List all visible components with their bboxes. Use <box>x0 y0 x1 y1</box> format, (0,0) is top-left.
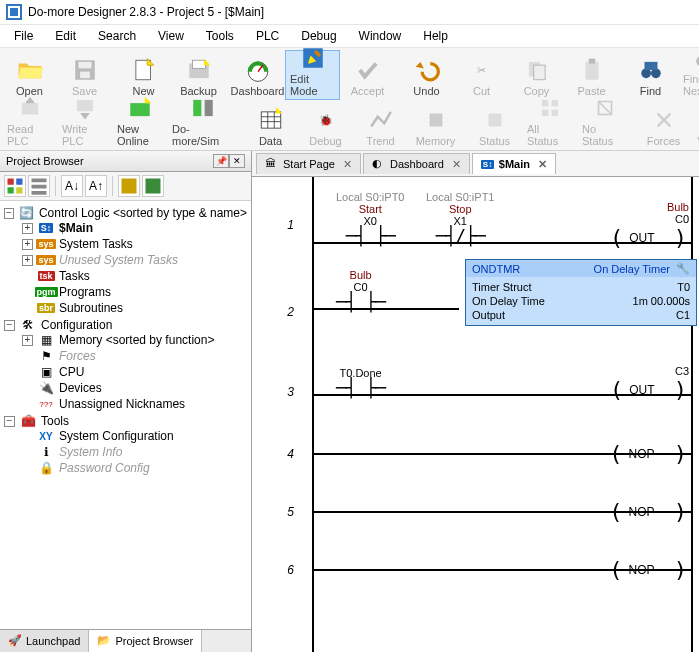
forces-button[interactable]: Forces <box>636 100 691 150</box>
tree-system-configuration[interactable]: System Configuration <box>57 429 176 443</box>
accept-button[interactable]: Accept <box>340 50 395 100</box>
tree-control-logic[interactable]: Control Logic <sorted by type & name> <box>37 206 249 220</box>
tree-expand-icon[interactable]: + <box>22 223 33 234</box>
timer-instruction-box[interactable]: ONDTMR On Delay Timer 🔧 Timer StructT0 O… <box>465 259 697 326</box>
tree-system-tasks[interactable]: System Tasks <box>57 237 135 251</box>
tab-project-browser[interactable]: 📂Project Browser <box>89 630 202 652</box>
rung-4[interactable]: 4 (NOP ) <box>252 425 699 483</box>
tree-devices[interactable]: Devices <box>57 381 104 395</box>
contact-nc[interactable]: Local S0:iPT1 Stop X1 ─┤/├─ <box>426 191 494 245</box>
pb-tool-3[interactable]: A↓ <box>61 175 83 197</box>
doc-tab-dashboard[interactable]: ◐Dashboard✕ <box>363 153 470 174</box>
tree-tools[interactable]: Tools <box>39 414 71 428</box>
find-button[interactable]: Find <box>623 50 678 100</box>
tree-collapse-icon[interactable]: − <box>4 208 14 219</box>
output-coil[interactable]: Bulb C0 (OUT ) <box>610 201 689 250</box>
tree-unused-system-tasks[interactable]: Unused System Tasks <box>57 253 180 267</box>
contact-no[interactable]: Local S0:iPT0 Start X0 ─┤ ├─ <box>336 191 404 245</box>
new-online-button[interactable]: New Online <box>112 100 167 150</box>
xy-icon: XY <box>38 429 54 443</box>
close-icon[interactable]: ✕ <box>538 158 547 171</box>
dashboard-button[interactable]: Dashboard <box>230 50 285 100</box>
panel-pin-button[interactable]: 📌 <box>213 154 229 168</box>
paste-button[interactable]: Paste <box>564 50 619 100</box>
doc-tab-start-page[interactable]: 🏛Start Page✕ <box>256 153 361 174</box>
wrench-icon[interactable]: 🔧 <box>676 262 690 275</box>
backup-button[interactable]: Backup <box>171 50 226 100</box>
tree-forces[interactable]: Forces <box>57 349 98 363</box>
no-contact-symbol: ─┤ ├─ <box>336 227 404 245</box>
find-next-button[interactable]: Find Next <box>678 50 699 100</box>
svg-rect-52 <box>32 191 47 195</box>
pb-tool-1[interactable] <box>4 175 26 197</box>
menu-plc[interactable]: PLC <box>246 27 289 45</box>
save-button[interactable]: Save <box>57 50 112 100</box>
svg-rect-31 <box>205 100 213 116</box>
menu-search[interactable]: Search <box>88 27 146 45</box>
tree-password-config[interactable]: Password Config <box>57 461 152 475</box>
tree-cpu[interactable]: CPU <box>57 365 86 379</box>
menu-help[interactable]: Help <box>413 27 458 45</box>
nop-coil[interactable]: (NOP ) <box>609 557 689 582</box>
tree-collapse-icon[interactable]: − <box>4 416 15 427</box>
menu-file[interactable]: File <box>4 27 43 45</box>
tree-system-info[interactable]: System Info <box>57 445 124 459</box>
rung-3[interactable]: 3 T0.Done ─┤ ├─ C3 (OUT ) <box>252 359 699 425</box>
undo-button[interactable]: Undo <box>399 50 454 100</box>
ladder-editor[interactable]: 1 Local S0:iPT0 Start X0 ─┤ ├─ Local S0:… <box>252 177 699 652</box>
rung-6[interactable]: 6 (NOP ) <box>252 541 699 599</box>
menu-tools[interactable]: Tools <box>196 27 244 45</box>
rung-2[interactable]: 2 Bulb C0 ─┤ ├─ ONDTMR On Delay Timer <box>252 265 699 359</box>
cut-button[interactable]: ✂Cut <box>454 50 509 100</box>
output-coil[interactable]: C3 (OUT ) <box>610 365 689 402</box>
trend-button[interactable]: Trend <box>353 100 408 150</box>
write-plc-button[interactable]: Write PLC <box>57 100 112 150</box>
no-status-button[interactable]: No Status <box>577 100 632 150</box>
rung-1[interactable]: 1 Local S0:iPT0 Start X0 ─┤ ├─ Local S0:… <box>252 185 699 265</box>
tree-main[interactable]: $Main <box>57 221 95 235</box>
contact-no[interactable]: Bulb C0 ─┤ ├─ <box>336 269 385 311</box>
doc-tab-main[interactable]: S↕$Main✕ <box>472 153 556 174</box>
svg-rect-5 <box>80 72 90 79</box>
tree-expand-icon[interactable]: + <box>22 335 33 346</box>
tree-tasks[interactable]: Tasks <box>57 269 92 283</box>
tree-unassigned[interactable]: Unassigned Nicknames <box>57 397 187 411</box>
memory-button[interactable]: Memory <box>408 100 463 150</box>
rung-5[interactable]: 5 (NOP ) <box>252 483 699 541</box>
value-button[interactable]: V <box>691 100 699 150</box>
edit-mode-button[interactable]: Edit Mode <box>285 50 340 100</box>
new-button[interactable]: New <box>116 50 171 100</box>
contact-no[interactable]: T0.Done ─┤ ├─ <box>336 367 385 397</box>
close-icon[interactable]: ✕ <box>452 158 461 171</box>
tree-expand-icon[interactable]: + <box>22 255 33 266</box>
tree-programs[interactable]: Programs <box>57 285 113 299</box>
debug-button[interactable]: 🐞Debug <box>298 100 353 150</box>
copy-button[interactable]: Copy <box>509 50 564 100</box>
close-icon[interactable]: ✕ <box>343 158 352 171</box>
menu-debug[interactable]: Debug <box>291 27 346 45</box>
domore-sim-button[interactable]: Do-more/Sim <box>167 100 239 150</box>
menu-view[interactable]: View <box>148 27 194 45</box>
menu-edit[interactable]: Edit <box>45 27 86 45</box>
tree-memory[interactable]: Memory <sorted by function> <box>57 333 216 347</box>
tree-subroutines[interactable]: Subroutines <box>57 301 125 315</box>
read-plc-button[interactable]: Read PLC <box>2 100 57 150</box>
nop-coil[interactable]: (NOP ) <box>609 499 689 524</box>
pb-tool-4[interactable]: A↑ <box>85 175 107 197</box>
pb-tool-5[interactable] <box>118 175 140 197</box>
pb-tool-6[interactable] <box>142 175 164 197</box>
status-button[interactable]: Status <box>467 100 522 150</box>
menu-window[interactable]: Window <box>349 27 412 45</box>
tree-expand-icon[interactable]: + <box>22 239 33 250</box>
project-tree[interactable]: −🔄Control Logic <sorted by type & name> … <box>0 201 251 629</box>
panel-close-button[interactable]: ✕ <box>229 154 245 168</box>
open-button[interactable]: Open <box>2 50 57 100</box>
config-icon: 🛠 <box>20 318 36 332</box>
tab-launchpad[interactable]: 🚀Launchpad <box>0 630 89 652</box>
tree-collapse-icon[interactable]: − <box>4 320 15 331</box>
pb-tool-2[interactable] <box>28 175 50 197</box>
all-status-button[interactable]: All Status <box>522 100 577 150</box>
tree-configuration[interactable]: Configuration <box>39 318 114 332</box>
data-button[interactable]: Data <box>243 100 298 150</box>
nop-coil[interactable]: (NOP ) <box>609 441 689 466</box>
